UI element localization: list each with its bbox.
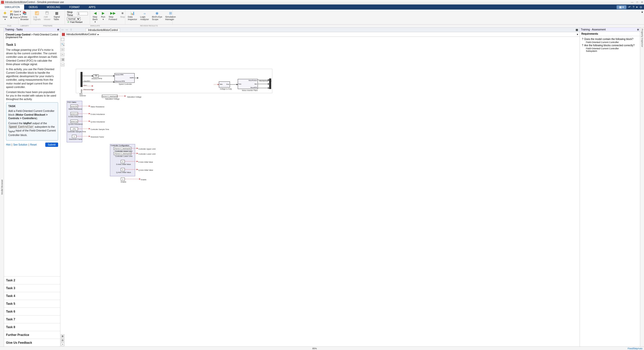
new-button[interactable]: ✚New▾ (2, 10, 9, 21)
step-forward-button[interactable]: ▶▶Step Forward (108, 10, 118, 21)
group-library: LIBRARY (19, 25, 31, 27)
palette-image-icon[interactable]: 🖼 (61, 58, 64, 61)
task-item-4[interactable]: Task 4 (4, 292, 60, 300)
model-icon (62, 33, 65, 36)
library-browser-button[interactable]: 📚Library Browser (20, 10, 29, 21)
toolstrip-overflow[interactable]: ▾ (641, 11, 643, 14)
tab-format[interactable]: FORMAT (65, 5, 84, 10)
d-inductance-block[interactable]: pmsm.Ld (70, 112, 78, 115)
speed-controller-block[interactable]: Desired RPM Measured RPM IdqRef (114, 73, 135, 83)
input-bus-port[interactable] (80, 72, 83, 87)
canvas-nav-back[interactable]: ⇦ (61, 28, 64, 31)
step-back-button[interactable]: ◀Step Back▾ (92, 10, 99, 24)
tab-apps[interactable]: APPS (84, 5, 100, 10)
motor-inverter-block[interactable]: Duty MotorPosition Iabc MotorRPM (238, 79, 258, 89)
palette-expand-icon[interactable]: » (61, 342, 64, 346)
question-icon: ? (582, 38, 583, 40)
reset-link[interactable]: Reset (30, 143, 37, 146)
tasks-close-icon[interactable]: ⊗ (57, 28, 59, 31)
run-button[interactable]: ▶Run▾ (100, 10, 107, 21)
fast-restart-button[interactable]: ⟳Fast Restart (66, 21, 88, 24)
data-inspector-button[interactable]: 📊Data Inspector (127, 10, 138, 21)
assessment-close-icon[interactable]: ⊗ (637, 28, 639, 31)
task1-title: Task 1 (6, 43, 58, 47)
toolstrip-dropdown[interactable]: ▦ ▾ (617, 5, 626, 9)
group-prepare: PREPARE (31, 25, 65, 27)
maximize-button[interactable]: □ (636, 1, 638, 4)
canvas-nav-up[interactable]: ⇧ (70, 28, 72, 31)
task-item-8[interactable]: Task 8 (4, 323, 60, 331)
palette-annot-icon[interactable]: Aᵢ (61, 53, 64, 56)
req1-sub: Field-Oriented Current Controller (586, 41, 638, 43)
undo-icon[interactable]: ↶ (628, 6, 631, 9)
d-init-block[interactable]: 0 (121, 160, 125, 163)
enable-block[interactable]: 1 (121, 178, 125, 181)
q-inductance-block[interactable]: pmsm.Lq (70, 120, 78, 123)
group-simulate: SIMULATE (65, 25, 125, 27)
output-bus-port[interactable] (269, 78, 271, 89)
stoptime-input[interactable] (77, 12, 88, 15)
palette-b2-icon[interactable]: ⊟ (61, 338, 64, 342)
simulation-mode-select[interactable]: Normal (67, 17, 80, 21)
model-browser-dock[interactable]: Model Browser (0, 28, 4, 346)
task1-p2: In this activity, you use the Field-Orie… (6, 67, 58, 89)
add-viewer-button[interactable]: 🗔Add Viewer (43, 10, 52, 21)
canvas-view-icon[interactable]: ▾ (577, 33, 578, 36)
expand-icon[interactable]: ▾ (636, 6, 638, 9)
task1-p1: The voltage powering your EV's motor is … (6, 48, 58, 66)
saturation-voltage-block[interactable]: 2*pmsm.V_rated/sqrt(3) (102, 95, 117, 98)
voltage-to-duty-block[interactable]: Vabc Duty (219, 81, 230, 88)
assessment-header: Training - Assessment (581, 28, 606, 31)
slowdown-block[interactable]: 2 (72, 135, 76, 138)
zoom-level[interactable]: 85% (2, 347, 628, 350)
palette-fit-icon[interactable]: ⛶ (61, 38, 64, 41)
const-700-block[interactable]: 700 (93, 74, 99, 77)
window-title: IntroductiontoMotorControl - Simulink pr… (5, 1, 631, 4)
task-item-7[interactable]: Task 7 (4, 315, 60, 323)
task-item-6[interactable]: Task 6 (4, 308, 60, 315)
logic-analyzer-button[interactable]: ⏛Logic Analyzer (139, 10, 150, 21)
hint-link[interactable]: Hint (6, 143, 11, 146)
help-icon[interactable]: ? (633, 6, 634, 9)
see-solution-link[interactable]: See Solution (13, 143, 27, 146)
canvas-tab-grid-icon[interactable]: ▦ (576, 28, 578, 31)
submit-button[interactable]: Submit (45, 143, 58, 147)
birds-eye-button[interactable]: ◉Bird's-Eye Scope (151, 10, 163, 21)
req2-sub2: Subsystem (586, 50, 638, 52)
sample-time-block[interactable]: 2*Ts (70, 127, 78, 130)
minimize-button[interactable]: — (631, 1, 633, 4)
upper-limit-block[interactable]: 2*pmsm.V_rated/sqrt(3) (114, 147, 131, 150)
palette-area-icon[interactable]: ▭ (61, 63, 64, 66)
task-item-feedback[interactable]: Give Us Feedback (4, 339, 60, 346)
toolstrip-pin-icon[interactable]: ⊙ (640, 6, 642, 9)
group-file: FILE (0, 25, 19, 27)
lower-limit-block[interactable]: -2*pmsm.V_rated/sqrt(3) (114, 152, 131, 155)
tab-debug[interactable]: DEBUG (24, 5, 42, 10)
palette-b1-icon[interactable]: ⊞ (61, 334, 64, 338)
palette-fit-all-icon[interactable]: ⊡ (61, 48, 64, 51)
tab-modeling[interactable]: MODELING (42, 5, 65, 10)
task-item-further[interactable]: Further Practice (4, 331, 60, 339)
tab-simulation[interactable]: SIMULATION (0, 5, 24, 10)
q-init-block[interactable]: 0 (121, 168, 125, 171)
tasks-header: Training - Tasks (5, 28, 23, 31)
stoptime-label: Stop Time (67, 11, 76, 17)
canvas-nav-fwd[interactable]: ⇨ (66, 28, 68, 31)
close-button[interactable]: ✕ (641, 1, 643, 4)
palette-zoom-icon[interactable]: 🔍 (61, 43, 64, 46)
canvas-tab[interactable]: IntroductiontoMotorControl (86, 28, 120, 32)
app-icon (1, 1, 4, 4)
bus-selector-block[interactable] (81, 90, 82, 93)
property-inspector-dock[interactable]: Property Inspector (640, 28, 644, 346)
task-item-5[interactable]: Task 5 (4, 300, 60, 308)
stop-button[interactable]: ■Stop (119, 10, 126, 19)
log-signals-button[interactable]: 📶Log Signals (32, 10, 42, 21)
stator-resistance-block[interactable]: pmsm.Rs (70, 105, 78, 108)
solver-status[interactable]: FixedStepAuto (628, 347, 642, 350)
task-item-3[interactable]: Task 3 (4, 284, 60, 292)
signal-table-button[interactable]: ▦Signal Table (53, 10, 61, 21)
crumb-root[interactable]: Closed-Loop Control (6, 33, 30, 36)
task-item-2[interactable]: Task 2 (4, 276, 60, 284)
canvas-breadcrumb[interactable]: IntroductiontoMotorControl (66, 33, 96, 36)
req1-text: Does the model contain the following blo… (584, 38, 633, 40)
